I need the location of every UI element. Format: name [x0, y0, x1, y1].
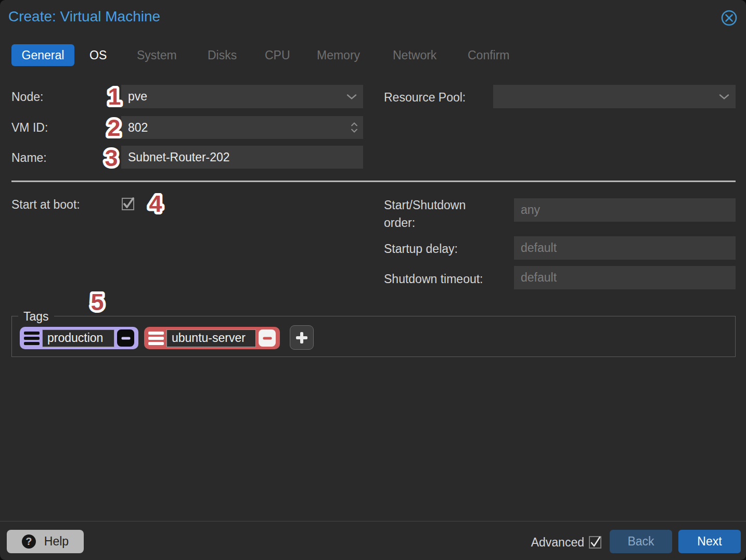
name-label: Name:: [11, 151, 47, 165]
drag-handle-icon[interactable]: [24, 332, 40, 345]
start-at-boot-label: Start at boot:: [11, 198, 80, 212]
remove-tag-icon[interactable]: [117, 329, 134, 347]
dialog-title: Create: Virtual Machine: [8, 8, 160, 25]
close-icon[interactable]: [721, 9, 738, 27]
add-tag-button[interactable]: [290, 325, 314, 350]
tab-general[interactable]: General: [11, 44, 74, 66]
spinner-arrows-icon[interactable]: [351, 122, 358, 133]
chevron-down-icon: [719, 94, 729, 99]
footer-bar: ? Help Advanced Back Next: [0, 521, 746, 560]
tab-cpu: CPU: [265, 44, 290, 66]
remove-tag-icon[interactable]: [259, 329, 276, 347]
vmid-value: 802: [128, 121, 148, 135]
advanced-checkbox[interactable]: [589, 536, 601, 549]
vmid-label: VM ID:: [11, 121, 48, 135]
resource-pool-select[interactable]: [493, 85, 736, 108]
startup-order-input[interactable]: any: [514, 198, 736, 222]
advanced-label: Advanced: [531, 536, 584, 550]
check-icon: [590, 537, 600, 548]
shutdown-timeout-placeholder: default: [521, 271, 557, 285]
annotation-3: 3: [105, 145, 118, 171]
drag-handle-icon[interactable]: [148, 332, 164, 345]
tab-os[interactable]: OS: [89, 44, 107, 66]
tab-system: System: [137, 44, 177, 66]
tab-network: Network: [393, 44, 436, 66]
startup-delay-input[interactable]: default: [514, 236, 736, 260]
start-at-boot-checkbox[interactable]: [122, 198, 134, 210]
tag-production-input[interactable]: production: [42, 329, 114, 347]
startup-order-label: Start/Shutdownorder:: [384, 196, 466, 232]
tag-ubuntu-server-input[interactable]: ubuntu-server: [166, 329, 256, 347]
tab-memory: Memory: [317, 44, 360, 66]
chevron-down-icon: [346, 94, 357, 99]
annotation-4: 4: [149, 190, 162, 217]
node-value: pve: [128, 90, 147, 104]
annotation-2: 2: [107, 114, 120, 141]
tag-ubuntu-server[interactable]: ubuntu-server: [144, 327, 280, 349]
tags-legend: Tags: [18, 310, 54, 324]
node-select[interactable]: pve: [121, 85, 363, 108]
annotation-5: 5: [91, 289, 104, 315]
startup-order-placeholder: any: [521, 203, 540, 217]
resource-pool-label: Resource Pool:: [384, 91, 466, 105]
name-input[interactable]: Subnet-Router-202: [121, 146, 363, 169]
help-button[interactable]: ? Help: [7, 530, 84, 553]
back-button[interactable]: Back: [610, 530, 672, 553]
shutdown-timeout-input[interactable]: default: [514, 266, 736, 289]
tab-disks: Disks: [208, 44, 237, 66]
startup-delay-label: Startup delay:: [384, 242, 458, 256]
annotation-1: 1: [108, 83, 121, 110]
startup-delay-placeholder: default: [521, 241, 557, 255]
tag-production[interactable]: production: [20, 327, 138, 349]
section-divider: [11, 181, 736, 182]
tab-confirm: Confirm: [468, 44, 510, 66]
help-label: Help: [44, 534, 69, 549]
shutdown-timeout-label: Shutdown timeout:: [384, 272, 483, 286]
vmid-spinner[interactable]: 802: [121, 116, 363, 139]
name-value: Subnet-Router-202: [128, 150, 230, 164]
node-label: Node:: [11, 90, 43, 104]
next-button[interactable]: Next: [678, 530, 741, 553]
create-vm-dialog: Create: Virtual Machine General OS Syste…: [0, 0, 746, 560]
question-icon: ?: [22, 534, 36, 549]
check-icon: [123, 199, 133, 209]
